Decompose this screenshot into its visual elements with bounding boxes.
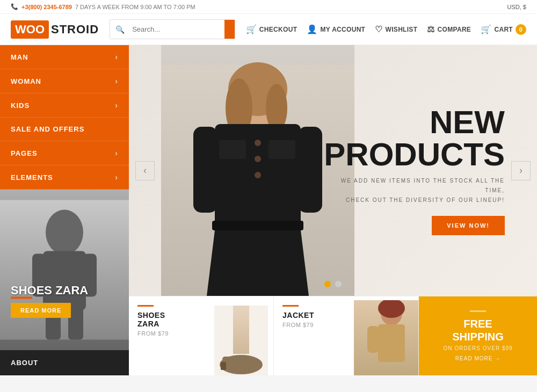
product-card-jacket[interactable]: JACKET FROM $79 [274,296,419,375]
svg-rect-17 [212,221,303,230]
product-card-shoes[interactable]: SHOESZARA FROM $79 [129,296,274,375]
sidebar-item-kids[interactable]: KIDS › [0,93,129,118]
currency-selector[interactable]: USD, $ [507,4,526,10]
svg-point-15 [255,156,261,162]
sidebar-item-pages[interactable]: PAGES › [0,141,129,165]
shipping-dash [470,310,486,312]
sidebar-label-elements: ELEMENTS [11,173,53,182]
phone-number[interactable]: +3(800) 2345-6789 [21,4,72,10]
svg-marker-18 [207,230,309,296]
hero-subtitle: WE ADD NEW ITEMS INTO THE STOCK ALL THE … [322,176,505,205]
shipping-subtitle: ON ORDERS OVER $99 [443,345,512,351]
hero-area: NEW PRODUCTS WE ADD NEW ITEMS INTO THE S… [129,45,537,375]
sidebar-label-woman: WOMAN [11,77,41,85]
sidebar-item-elements[interactable]: ELEMENTS › [0,165,129,190]
shipping-read-more[interactable]: READ MORE → [455,355,500,361]
arrow-icon-pages: › [115,149,118,157]
jacket-svg [354,300,418,375]
promo-silhouette [0,190,129,350]
products-row: SHOESZARA FROM $79 [129,296,537,375]
checkout-icon: 🛒 [246,24,257,34]
arrow-icon-elements: › [115,173,118,182]
shipping-title: FREESHIPPING [452,317,504,343]
svg-rect-24 [233,306,249,354]
top-bar-left: 📞 +3(800) 2345-6789 7 DAYS A WEEK FROM 9… [11,3,195,10]
svg-rect-27 [221,362,226,370]
sidebar-item-sale[interactable]: SALE AND OFFERS [0,118,129,141]
hero-slider: NEW PRODUCTS WE ADD NEW ITEMS INTO THE S… [129,45,537,296]
sidebar-label-pages: PAGES [11,149,38,157]
logo-stroid: STROID [49,23,99,37]
chevron-left-icon: ‹ [143,165,147,176]
svg-point-16 [255,172,261,178]
compare-icon: ⚖ [427,24,434,34]
sidebar-label-sale: SALE AND OFFERS [11,125,84,133]
jacket-accent [282,305,299,307]
logo-woo: WOO [11,20,49,39]
hero-title: NEW PRODUCTS [322,106,505,171]
top-bar: 📞 +3(800) 2345-6789 7 DAYS A WEEK FROM 9… [0,0,537,14]
account-label: MY ACCOUNT [321,26,366,33]
dot-2[interactable] [335,281,342,287]
shoes-svg [214,306,268,375]
arrow-icon-man: › [115,53,118,61]
my-account-link[interactable]: 👤 MY ACCOUNT [307,24,365,34]
search-icon: 🔍 [110,25,130,34]
svg-rect-22 [268,140,295,159]
sidebar-about[interactable]: ABOUT [0,350,129,375]
sidebar-label-kids: KIDS [11,101,30,110]
search-input[interactable] [130,20,224,39]
svg-rect-20 [298,127,322,213]
hero-cta-button[interactable]: VIEW NOW! [432,216,505,235]
search-button[interactable]: SEARCH [224,20,235,39]
hero-prev-button[interactable]: ‹ [135,161,155,180]
svg-rect-26 [222,357,255,367]
heart-icon: ♡ [375,24,382,34]
sidebar-label-man: MAN [11,53,28,61]
header-nav: 🛒 CHECKOUT 👤 MY ACCOUNT ♡ WISHLIST ⚖ COM… [246,24,526,35]
main-layout: MAN › WOMAN › KIDS › SALE AND OFFERS PAG… [0,45,537,375]
wishlist-label: WISHLIST [386,26,418,33]
arrow-icon-woman: › [115,77,118,85]
site-header: WOO STROID 🔍 SEARCH 🛒 CHECKOUT 👤 MY ACCO… [0,14,537,45]
shoes-accent [137,305,154,307]
hours-text: 7 DAYS A WEEK FROM 9:00 AM TO 7:00 PM [75,4,195,10]
cart-count-badge: 0 [516,24,526,35]
arrow-icon-kids: › [115,101,118,110]
svg-point-14 [255,140,261,146]
wishlist-link[interactable]: ♡ WISHLIST [375,24,417,34]
promo-read-more-button[interactable]: READ MORE [11,303,71,318]
sidebar: MAN › WOMAN › KIDS › SALE AND OFFERS PAG… [0,45,129,375]
free-shipping-card[interactable]: FREESHIPPING ON ORDERS OVER $99 READ MOR… [419,296,537,375]
compare-link[interactable]: ⚖ COMPARE [427,24,471,34]
hero-dots [324,281,342,287]
sidebar-nav: MAN › WOMAN › KIDS › SALE AND OFFERS PAG… [0,45,129,190]
promo-image: SHOES ZARA READ MORE [0,190,129,350]
site-logo[interactable]: WOO STROID [11,20,99,39]
shoes-image [214,306,268,375]
compare-label: COMPARE [438,26,471,33]
svg-rect-32 [367,326,379,353]
cart-icon: 🛒 [481,24,491,34]
about-label: ABOUT [11,359,38,367]
search-bar: 🔍 SEARCH [110,19,235,39]
checkout-label: CHECKOUT [259,26,297,33]
promo-title: SHOES ZARA [11,284,88,297]
hero-next-button[interactable]: › [511,161,531,180]
cart-link[interactable]: 🛒 CART 0 [481,24,526,35]
sidebar-item-man[interactable]: MAN › [0,45,129,69]
svg-rect-33 [393,326,405,353]
svg-rect-19 [193,127,217,213]
svg-rect-21 [219,140,246,159]
hero-text-content: NEW PRODUCTS WE ADD NEW ITEMS INTO THE S… [322,106,505,235]
checkout-link[interactable]: 🛒 CHECKOUT [246,24,297,34]
jacket-image [354,300,418,375]
sidebar-item-woman[interactable]: WOMAN › [0,69,129,93]
svg-point-1 [46,210,83,255]
cart-label: CART [494,26,513,33]
promo-text-overlay: SHOES ZARA READ MORE [11,284,88,318]
sidebar-promo: SHOES ZARA READ MORE [0,190,129,350]
chevron-right-icon: › [519,165,523,176]
dot-1[interactable] [324,281,331,287]
phone-icon: 📞 [11,3,18,10]
